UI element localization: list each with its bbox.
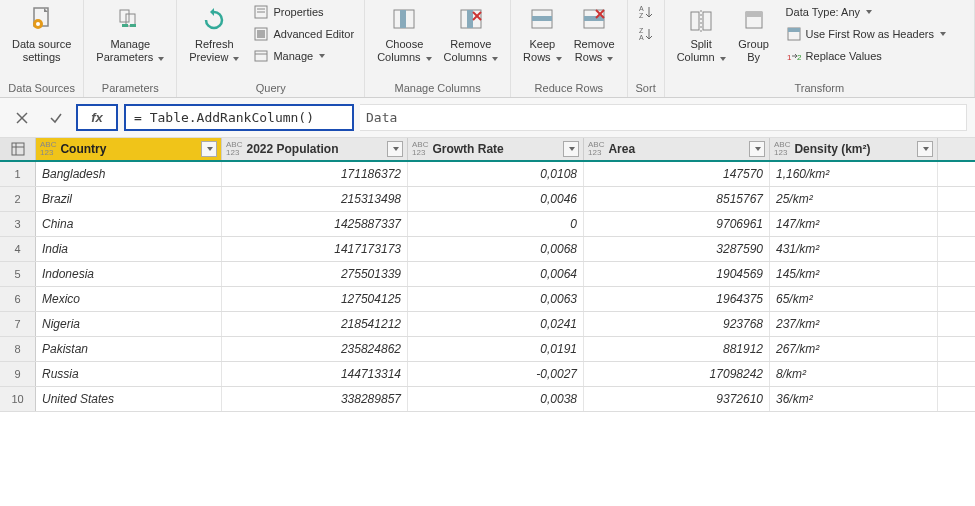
table-row[interactable]: 5Indonesia2755013390,00641904569145/km² [0,262,975,287]
refresh-preview-button[interactable]: Refresh Preview [183,2,245,66]
cell-population[interactable]: 1417173173 [222,237,408,261]
svg-text:2: 2 [797,53,801,62]
cell-growth[interactable]: 0,0063 [408,287,584,311]
cell-growth[interactable]: 0,0108 [408,162,584,186]
cell-area[interactable]: 9372610 [584,387,770,411]
column-header[interactable]: ABC1232022 Population [222,138,408,160]
filter-button[interactable] [563,141,579,157]
accept-button[interactable] [42,104,70,131]
cell-growth[interactable]: 0,0038 [408,387,584,411]
table-row[interactable]: 6Mexico1275041250,0063196437565/km² [0,287,975,312]
cell-population[interactable]: 218541212 [222,312,408,336]
column-header[interactable]: ABC123Area [584,138,770,160]
manage-parameters-button[interactable]: Manage Parameters [90,2,170,66]
remove-columns-button[interactable]: Remove Columns [438,2,504,66]
cancel-button[interactable] [8,104,36,131]
cell-growth[interactable]: -0,0027 [408,362,584,386]
first-row-headers-button[interactable]: Use First Row as Headers [782,24,950,44]
filter-button[interactable] [387,141,403,157]
cell-area[interactable]: 147570 [584,162,770,186]
cell-country[interactable]: Brazil [36,187,222,211]
sort-desc-button[interactable]: ZA [634,24,658,44]
remove-rows-button[interactable]: Remove Rows [568,2,621,66]
cell-country[interactable]: India [36,237,222,261]
filter-button[interactable] [201,141,217,157]
cell-growth[interactable]: 0,0241 [408,312,584,336]
cell-growth[interactable]: 0,0046 [408,187,584,211]
choose-columns-button[interactable]: Choose Columns [371,2,437,66]
properties-button[interactable]: Properties [249,2,358,22]
table-row[interactable]: 1Bangladesh1711863720,01081475701,160/km… [0,162,975,187]
table-row[interactable]: 4India14171731730,00683287590431/km² [0,237,975,262]
cell-density[interactable]: 65/km² [770,287,938,311]
cell-area[interactable]: 1904569 [584,262,770,286]
cell-country[interactable]: Mexico [36,287,222,311]
cell-population[interactable]: 144713314 [222,362,408,386]
cell-density[interactable]: 431/km² [770,237,938,261]
table-icon-button[interactable] [0,138,36,160]
cell-density[interactable]: 25/km² [770,187,938,211]
replace-icon: 12 [786,48,802,64]
ribbon: Data source settings Data Sources Manage… [0,0,975,98]
cell-population[interactable]: 338289857 [222,387,408,411]
cell-population[interactable]: 275501339 [222,262,408,286]
svg-rect-6 [130,24,136,27]
fx-button[interactable]: fx [76,104,118,131]
cell-population[interactable]: 171186372 [222,162,408,186]
svg-text:Z: Z [639,27,644,34]
cell-country[interactable]: Nigeria [36,312,222,336]
advanced-editor-button[interactable]: Advanced Editor [249,24,358,44]
cell-area[interactable]: 1964375 [584,287,770,311]
cell-area[interactable]: 9706961 [584,212,770,236]
cell-area[interactable]: 8515767 [584,187,770,211]
filter-button[interactable] [917,141,933,157]
cell-area[interactable]: 881912 [584,337,770,361]
cell-country[interactable]: Indonesia [36,262,222,286]
cell-density[interactable]: 145/km² [770,262,938,286]
keep-rows-button[interactable]: Keep Rows [517,2,568,66]
cell-density[interactable]: 147/km² [770,212,938,236]
group-by-button[interactable]: Group By [732,2,776,66]
cell-growth[interactable]: 0 [408,212,584,236]
cell-density[interactable]: 8/km² [770,362,938,386]
filter-button[interactable] [749,141,765,157]
column-header[interactable]: ABC123Country [36,138,222,160]
row-number: 3 [0,212,36,236]
cell-density[interactable]: 36/km² [770,387,938,411]
replace-values-button[interactable]: 12 Replace Values [782,46,950,66]
cell-area[interactable]: 923768 [584,312,770,336]
sort-desc-icon: ZA [638,26,654,42]
cell-country[interactable]: United States [36,387,222,411]
table-row[interactable]: 8Pakistan2358248620,0191881912267/km² [0,337,975,362]
cell-density[interactable]: 267/km² [770,337,938,361]
table-row[interactable]: 10United States3382898570,0038937261036/… [0,387,975,412]
column-header[interactable]: ABC123Growth Rate [408,138,584,160]
column-header[interactable]: ABC123Density (km²) [770,138,938,160]
cell-growth[interactable]: 0,0064 [408,262,584,286]
split-column-button[interactable]: Split Column [671,2,732,66]
cell-area[interactable]: 3287590 [584,237,770,261]
headers-icon [786,26,802,42]
sort-asc-button[interactable]: AZ [634,2,658,22]
cell-population[interactable]: 235824862 [222,337,408,361]
cell-growth[interactable]: 0,0191 [408,337,584,361]
table-row[interactable]: 3China142588733709706961147/km² [0,212,975,237]
cell-country[interactable]: Pakistan [36,337,222,361]
table-row[interactable]: 7Nigeria2185412120,0241923768237/km² [0,312,975,337]
cell-population[interactable]: 1425887337 [222,212,408,236]
manage-button[interactable]: Manage [249,46,358,66]
data-source-settings-button[interactable]: Data source settings [6,2,77,66]
cell-area[interactable]: 17098242 [584,362,770,386]
data-type-button[interactable]: Data Type: Any [782,2,950,22]
cell-growth[interactable]: 0,0068 [408,237,584,261]
cell-country[interactable]: Bangladesh [36,162,222,186]
cell-population[interactable]: 127504125 [222,287,408,311]
cell-population[interactable]: 215313498 [222,187,408,211]
formula-input[interactable]: = Table.AddRankColumn() [124,104,354,131]
cell-density[interactable]: 1,160/km² [770,162,938,186]
cell-density[interactable]: 237/km² [770,312,938,336]
table-row[interactable]: 2Brazil2153134980,0046851576725/km² [0,187,975,212]
table-row[interactable]: 9Russia144713314-0,0027170982428/km² [0,362,975,387]
cell-country[interactable]: China [36,212,222,236]
cell-country[interactable]: Russia [36,362,222,386]
